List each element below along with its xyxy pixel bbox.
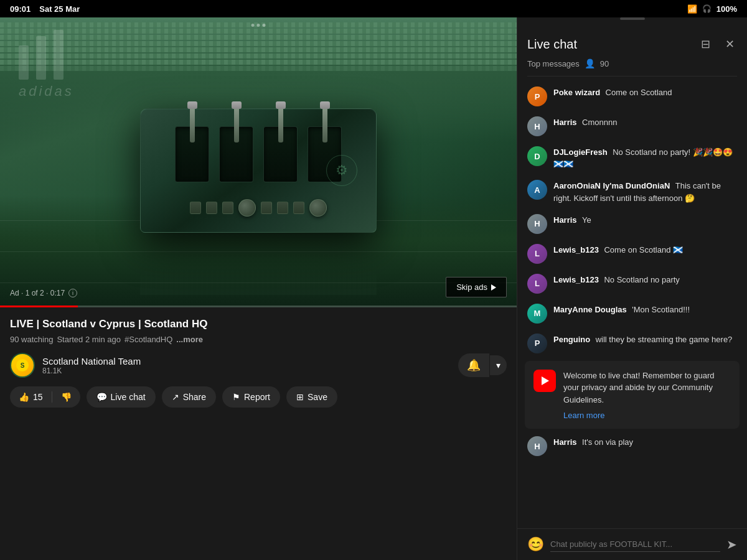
- chat-message: D DJLogieFresh No Scotland no party! 🎉🎉🤩…: [517, 141, 747, 175]
- save-button[interactable]: ⊞ Save: [286, 386, 337, 408]
- message-text: Cmonnnn: [582, 118, 617, 127]
- skip-ads-button[interactable]: Skip ads: [446, 277, 507, 297]
- save-icon: ⊞: [296, 392, 304, 402]
- video-info: LIVE | Scotland v Cyprus | Scotland HQ 9…: [0, 307, 517, 560]
- message-content: MaryAnne Douglas 'Mon Scotland!!!: [553, 304, 737, 315]
- chat-message: H Harris Ye: [517, 209, 747, 239]
- avatar: M: [527, 304, 547, 324]
- message-content: Harris It's on via play: [553, 436, 737, 448]
- report-label: Report: [244, 392, 270, 402]
- skip-ads-label: Skip ads: [456, 282, 487, 292]
- channel-avatar[interactable]: S: [10, 353, 35, 378]
- thumbs-down-icon: 👎: [61, 392, 72, 402]
- chat-message: H Harris Cmonnnn: [517, 111, 747, 141]
- username: DJLogieFresh: [553, 147, 608, 157]
- avatar: P: [527, 334, 547, 353]
- youtube-logo: [533, 370, 556, 392]
- message-text: It's on via play: [582, 437, 633, 447]
- svg-text:S: S: [21, 362, 25, 369]
- channel-avatar-inner: S: [11, 354, 34, 376]
- three-dots-indicator: [251, 24, 266, 27]
- message-text: 'Mon Scotland!!!: [632, 305, 690, 314]
- share-label: Share: [183, 392, 206, 402]
- status-bar: 09:01 Sat 25 Mar 📶 🎧 100%: [0, 0, 747, 17]
- youtube-play-icon: [542, 376, 549, 385]
- chat-messages[interactable]: P Poke wizard Come on Scotland H Harris …: [517, 77, 747, 528]
- avatar: D: [527, 146, 547, 166]
- username: Poke wizard: [553, 88, 600, 97]
- more-button[interactable]: ...more: [176, 335, 203, 344]
- started-ago: Started 2 min ago: [57, 335, 121, 344]
- chat-message: L Lewis_b123 Come on Scotland 🏴󠁧󠁢󠁳󠁣󠁴󠁿: [517, 239, 747, 269]
- video-area: adidas: [0, 17, 517, 560]
- message-content: Penguino will they be streaming the game…: [553, 334, 737, 345]
- chat-message: H Harris It's on via play: [517, 431, 747, 461]
- chat-input[interactable]: [550, 537, 720, 552]
- channel-info: Scotland National Team 81.1K: [42, 356, 141, 375]
- report-button[interactable]: ⚑ Report: [222, 386, 280, 408]
- viewer-count: 90: [600, 59, 609, 68]
- dislike-button[interactable]: 👎: [52, 386, 80, 408]
- chat-close-button[interactable]: ✕: [723, 35, 737, 54]
- message-text: No Scotland no party: [604, 275, 679, 284]
- status-date: Sat 25 Mar: [39, 4, 80, 14]
- toaster-slot-1: [175, 126, 209, 182]
- save-label: Save: [308, 392, 327, 402]
- message-text: will they be streaming the game here?: [596, 335, 733, 344]
- chat-input-area: 😊 ➤: [517, 528, 747, 560]
- username: MaryAnne Douglas: [553, 305, 627, 314]
- toaster-controls: [190, 199, 327, 217]
- emoji-button[interactable]: 😊: [527, 536, 544, 553]
- toaster-slot-3: [263, 126, 298, 182]
- chat-filter-button[interactable]: ⊟: [698, 35, 713, 54]
- live-chat-label: Live chat: [111, 392, 146, 402]
- video-meta: 90 watching Started 2 min ago #ScotlandH…: [10, 335, 507, 344]
- username: Lewis_b123: [553, 245, 599, 254]
- battery-label: 100%: [716, 4, 737, 14]
- progress-bar-fill: [0, 306, 78, 307]
- chat-subtitle: Top messages 👤 90: [527, 58, 737, 77]
- chat-header-top: Live chat ⊟ ✕: [527, 35, 737, 54]
- video-progress-bar[interactable]: [0, 306, 517, 307]
- channel-left: S Scotland National Team 81.1K: [10, 353, 141, 378]
- chat-message: A AaronOniaN Iy'ma DundOniaN This can't …: [517, 175, 747, 208]
- scroll-handle[interactable]: [620, 17, 645, 20]
- system-message-text: Welcome to live chat! Remember to guard …: [563, 370, 731, 406]
- bell-button[interactable]: 🔔: [458, 353, 489, 377]
- top-messages-label: Top messages: [527, 59, 580, 68]
- like-button[interactable]: 👍 15: [10, 386, 52, 408]
- live-chat-button[interactable]: 💬 Live chat: [87, 386, 156, 408]
- main-layout: adidas: [0, 17, 747, 560]
- avatar: L: [527, 274, 547, 294]
- message-content: Harris Cmonnnn: [553, 116, 737, 128]
- message-text: Ye: [582, 215, 591, 225]
- avatar: L: [527, 244, 547, 264]
- chevron-button[interactable]: ▾: [489, 355, 507, 375]
- message-content: Harris Ye: [553, 214, 737, 226]
- username: Harris: [553, 437, 577, 447]
- message-content: AaronOniaN Iy'ma DundOniaN This can't be…: [553, 180, 737, 203]
- chat-message: P Penguino will they be streaming the ga…: [517, 329, 747, 358]
- message-text: Come on Scotland: [606, 88, 672, 97]
- system-message-header: Welcome to live chat! Remember to guard …: [533, 370, 731, 421]
- subscribe-bell-group: 🔔 ▾: [458, 353, 507, 377]
- avatar: H: [527, 436, 547, 456]
- avatar: A: [527, 180, 547, 200]
- thumbs-up-icon: 👍: [19, 392, 29, 402]
- learn-more-link[interactable]: Learn more: [563, 411, 731, 420]
- ad-label: Ad · 1 of 2 · 0:17 i: [10, 289, 77, 297]
- like-count: 15: [33, 392, 43, 402]
- ad-info-icon[interactable]: i: [68, 289, 77, 297]
- chat-header-icons: ⊟ ✕: [698, 35, 737, 54]
- video-player[interactable]: adidas: [0, 17, 517, 307]
- system-message-body: Welcome to live chat! Remember to guard …: [563, 370, 731, 421]
- send-button[interactable]: ➤: [726, 537, 737, 552]
- chat-title: Live chat: [527, 37, 577, 52]
- hashtag: #ScotlandHQ: [125, 335, 172, 344]
- ad-label-text: Ad · 1 of 2 · 0:17: [10, 289, 65, 297]
- share-button[interactable]: ↗ Share: [162, 386, 216, 408]
- toaster-ad: ⚙: [128, 108, 389, 270]
- system-message: Welcome to live chat! Remember to guard …: [525, 361, 740, 429]
- action-buttons: 👍 15 👎 💬 Live chat ↗ Share: [10, 386, 507, 408]
- avatar: P: [527, 86, 547, 106]
